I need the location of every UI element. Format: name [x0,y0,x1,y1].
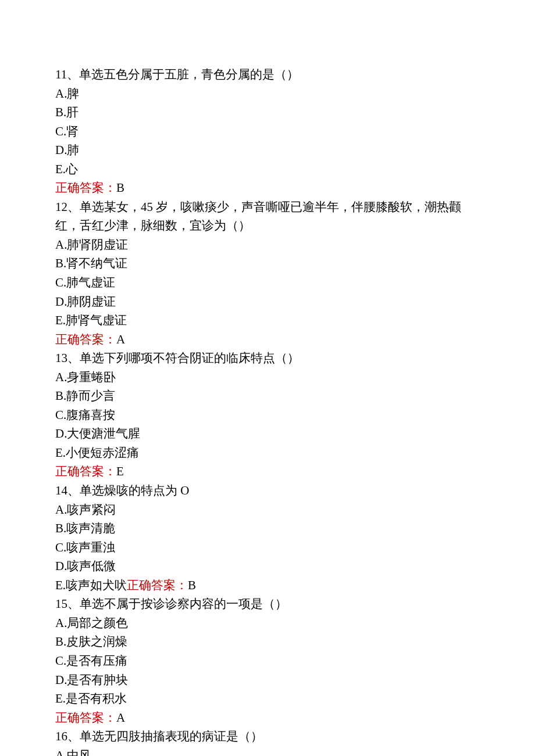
question-prefix: 、单选 [67,729,104,743]
option-text: 是否有压痛 [66,654,127,668]
option-letter: A. [55,503,67,517]
option-line: E.心 [55,160,480,179]
option-line: D.是否有肿块 [55,671,480,690]
option-text: 腹痛喜按 [66,408,115,422]
answer-value: A [116,332,125,346]
answer-label: 正确答案： [55,332,116,346]
option-letter: C. [55,408,66,422]
question-number: 11 [55,67,67,81]
answer-value: B [188,578,196,592]
option-text: 肾 [66,124,79,138]
option-text: 肺阴虚证 [67,295,116,309]
question-stem: 11、单选五色分属于五脏，青色分属的是（） [55,65,480,84]
option-line: C.肺气虚证 [55,273,480,292]
question-number: 16 [55,729,67,743]
option-letter: E. [55,446,66,460]
option-text: 咳声如犬吠 [66,578,127,592]
question-stem: 14、单选燥咳的特点为 O [55,481,480,500]
answer-line: 正确答案：A [55,708,480,728]
option-letter: A. [55,87,67,101]
option-letter: B. [55,521,66,535]
option-line: B.肝 [55,103,480,122]
option-line: A.中风 [55,746,480,756]
answer-label: 正确答案： [127,578,188,592]
option-text: 皮肤之润燥 [66,635,127,648]
option-letter: E. [55,691,66,705]
option-text: 身重蜷卧 [67,370,116,384]
option-letter: C. [55,275,66,289]
option-letter: C. [55,124,66,138]
option-line: D.大便溏泄气腥 [55,424,480,443]
option-text: 肺气虚证 [66,275,115,289]
option-line: E.是否有积水 [55,689,480,708]
option-line: C.是否有压痛 [55,651,480,671]
option-text: 肾不纳气证 [66,256,127,270]
question-prefix: 、单选 [67,597,104,611]
question-number: 14 [55,483,67,497]
option-letter: A. [55,370,67,384]
option-line: A.咳声紧闷 [55,500,480,519]
option-line: A.局部之颜色 [55,614,480,633]
answer-line: 正确答案：A [55,330,480,349]
answer-value: B [116,181,124,195]
question-number: 13 [55,351,67,365]
question-text: 无四肢抽搐表现的病证是（） [104,729,263,743]
option-text: 咳声低微 [67,559,116,573]
option-text: 小便短赤涩痛 [66,446,139,460]
question-prefix: 、单选 [67,67,104,81]
option-letter: A. [55,616,67,630]
option-text: 大便溏泄气腥 [67,427,140,440]
answer-line: 正确答案：E [55,462,480,481]
question-stem: 15、单选不属于按诊诊察内容的一项是（） [55,594,480,614]
option-text: 肺 [67,143,79,157]
option-letter: B. [55,635,66,648]
option-letter: D. [55,673,67,687]
option-line: C.肾 [55,122,480,141]
answer-line: 正确答案：B [55,178,480,198]
option-letter: C. [55,540,66,554]
option-text: 脾 [67,87,79,101]
option-line: C.腹痛喜按 [55,406,480,425]
answer-value: A [116,711,125,725]
option-letter: B. [55,256,66,270]
option-text: 中风 [67,748,91,756]
option-letter: D. [55,295,67,309]
option-letter: C. [55,654,66,668]
option-letter: A. [55,748,67,756]
question-text: 不属于按诊诊察内容的一项是（） [104,597,287,611]
option-line: E.小便短赤涩痛 [55,443,480,463]
option-line: A.脾 [55,84,480,103]
question-number: 12 [55,200,67,214]
answer-label: 正确答案： [55,464,116,478]
question-prefix: 、单选 [67,351,104,365]
question-prefix: 、单选 [67,200,104,214]
option-letter: A. [55,238,67,252]
question-stem: 13、单选下列哪项不符合阴证的临床特点（） [55,349,480,368]
option-line: B.咳声清脆 [55,519,480,538]
question-text: 五色分属于五脏，青色分属的是（） [104,67,299,81]
option-line: D.咳声低微 [55,557,480,576]
option-text: 咳声紧闷 [67,503,116,517]
question-text: 某女，45 岁，咳嗽痰少，声音嘶哑已逾半年，伴腰膝酸软，潮热颧红，舌红少津，脉细… [55,200,461,233]
answer-label: 正确答案： [55,181,116,195]
question-text: 燥咳的特点为 O [104,483,189,497]
option-letter: E. [55,578,66,592]
question-stem: 16、单选无四肢抽搐表现的病证是（） [55,727,480,746]
option-line: D.肺 [55,141,480,160]
option-letter: B. [55,105,66,119]
option-letter: E. [55,313,66,327]
answer-value: E [116,464,124,478]
answer-label: 正确答案： [55,711,116,725]
option-line: B.肾不纳气证 [55,254,480,273]
option-line: A.肺肾阴虚证 [55,235,480,255]
option-line: B.静而少言 [55,386,480,406]
option-letter: D. [55,427,67,440]
option-line: D.肺阴虚证 [55,292,480,311]
question-prefix: 、单选 [67,483,104,497]
option-text: 是否有肿块 [67,673,128,687]
option-text: 局部之颜色 [67,616,128,630]
option-line: A.身重蜷卧 [55,368,480,387]
option-letter: B. [55,389,66,403]
option-letter: E. [55,162,66,176]
option-line: E.肺肾气虚证 [55,311,480,330]
